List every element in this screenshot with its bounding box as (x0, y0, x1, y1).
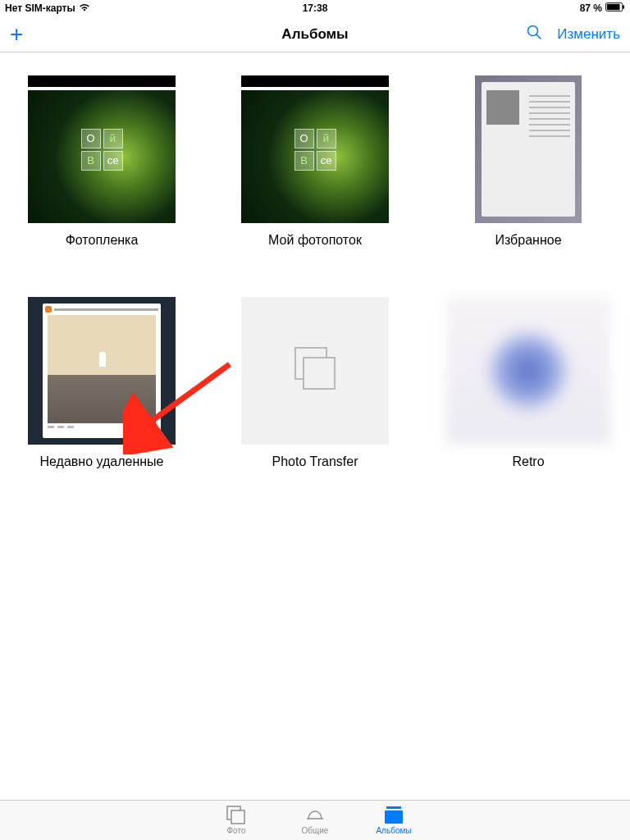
svg-rect-2 (623, 5, 624, 9)
edit-button[interactable]: Изменить (557, 26, 620, 43)
search-button[interactable] (526, 24, 542, 44)
svg-rect-6 (304, 358, 335, 389)
album-photostream[interactable]: О й В се Мой фотопоток (241, 75, 389, 248)
tile-letter: й (317, 129, 336, 148)
album-title: Photo Transfer (272, 454, 358, 469)
wifi-icon (79, 2, 90, 14)
status-bar: Нет SIM-карты 17:38 87 % (0, 0, 630, 16)
tile-letter: О (294, 129, 314, 148)
tile-letter: В (81, 151, 101, 171)
tile-letter: се (103, 151, 123, 171)
album-favorites[interactable]: Избранное (475, 75, 582, 248)
svg-rect-10 (386, 806, 401, 809)
tile-letter: се (317, 151, 336, 171)
tile-letter: й (103, 129, 123, 148)
svg-line-4 (537, 34, 541, 39)
album-photo-transfer[interactable]: Photo Transfer (241, 297, 389, 469)
add-album-button[interactable]: + (10, 23, 23, 46)
album-recently-deleted[interactable]: Недавно удаленные (28, 297, 176, 469)
tile-letter: О (81, 129, 101, 148)
album-title: Мой фотопоток (268, 233, 362, 248)
album-camera-roll[interactable]: О й В се Фотопленка (28, 75, 176, 248)
album-thumb: О й В се (241, 75, 389, 223)
tab-shared[interactable]: Общие (284, 804, 346, 835)
status-time: 17:38 (303, 2, 328, 14)
tab-label: Альбомы (376, 826, 411, 835)
album-title: Недавно удаленные (39, 454, 163, 469)
status-right: 87 % (580, 2, 625, 14)
albums-grid: О й В се Фотопленка О й В се Мой фотопот… (20, 75, 610, 469)
album-thumb (241, 297, 389, 445)
svg-rect-9 (231, 810, 244, 824)
battery-icon (605, 2, 625, 14)
tile-letter: В (294, 151, 314, 171)
album-title: Фотопленка (66, 233, 139, 248)
album-thumb: О й В се (28, 75, 176, 223)
svg-rect-11 (385, 810, 403, 824)
stack-icon (285, 340, 345, 402)
nav-bar: + Альбомы Изменить (0, 16, 630, 52)
nav-left: + (10, 23, 23, 46)
svg-rect-1 (607, 4, 620, 10)
album-thumb (28, 297, 176, 445)
album-retro[interactable]: Retro (446, 297, 610, 469)
tab-label: Общие (302, 826, 329, 835)
album-thumb (475, 75, 582, 223)
carrier-label: Нет SIM-карты (5, 2, 75, 14)
tab-bar: Фото Общие Альбомы (0, 800, 630, 840)
tab-photos[interactable]: Фото (205, 804, 267, 835)
battery-pct: 87 % (580, 2, 602, 14)
album-title: Избранное (495, 233, 561, 248)
page-title: Альбомы (281, 26, 348, 43)
album-title: Retro (512, 454, 544, 469)
tab-label: Фото (227, 826, 246, 835)
tab-albums[interactable]: Альбомы (363, 804, 425, 835)
albums-content: О й В се Фотопленка О й В се Мой фотопот… (0, 52, 630, 492)
nav-right: Изменить (526, 24, 620, 44)
album-thumb (446, 297, 610, 445)
status-left: Нет SIM-карты (5, 2, 90, 14)
